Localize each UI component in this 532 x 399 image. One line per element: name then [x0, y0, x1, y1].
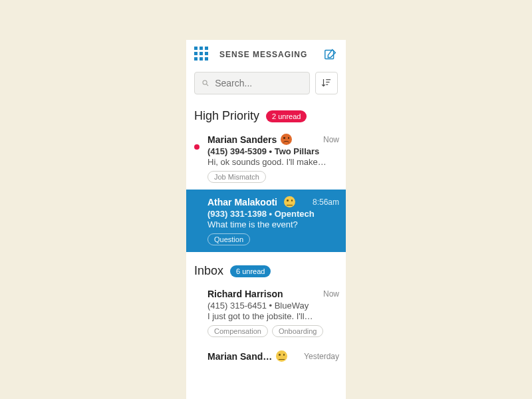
thread-timestamp: Now — [323, 289, 339, 299]
angry-emoji-icon — [281, 134, 292, 145]
thread-subline: (415) 315-6451 • BlueWay — [207, 301, 339, 311]
thread-tag[interactable]: Compensation — [207, 325, 268, 337]
section-title: Inbox — [194, 264, 223, 278]
thread-timestamp: Now — [323, 135, 339, 144]
thread-tag[interactable]: Question — [207, 233, 250, 245]
thread-item[interactable]: Marian Sand… Yesterday — [186, 344, 346, 362]
thread-preview: What time is the event? — [207, 219, 339, 229]
thread-name: Richard Harrison — [207, 289, 283, 299]
svg-line-2 — [207, 84, 209, 86]
thread-preview: I just got to the jobsite. I'll… — [207, 311, 339, 321]
header: SENSE MESSAGING — [186, 40, 346, 69]
thread-item[interactable]: Athar Malakooti 8:56am (933) 331-1398 • … — [186, 190, 346, 252]
sort-button[interactable] — [315, 72, 338, 94]
app-title: SENSE MESSAGING — [219, 50, 323, 59]
search-input[interactable] — [215, 78, 303, 88]
unread-badge: 2 unread — [266, 110, 307, 122]
search-box[interactable] — [194, 72, 310, 94]
apps-grid-icon[interactable] — [194, 47, 210, 63]
thread-tag[interactable]: Job Mismatch — [207, 171, 266, 183]
compose-icon[interactable] — [323, 47, 338, 62]
thread-subline: (933) 331-1398 • Opentech — [207, 209, 339, 219]
search-icon — [201, 78, 209, 88]
search-row — [186, 69, 346, 102]
section-head-inbox: Inbox 6 unread — [186, 252, 346, 282]
thread-name: Athar Malakooti — [207, 197, 277, 207]
neutral-emoji-icon — [284, 196, 295, 207]
thread-item[interactable]: Richard Harrison Now (415) 315-6451 • Bl… — [186, 282, 346, 344]
unread-badge: 6 unread — [230, 265, 271, 277]
section-head-high-priority: High Priority 2 unread — [186, 102, 346, 127]
svg-point-1 — [203, 80, 207, 84]
neutral-emoji-icon — [276, 350, 287, 362]
sort-icon — [321, 77, 332, 89]
thread-item[interactable]: Marian Sanders Now (415) 394-5309 • Two … — [186, 127, 346, 190]
messaging-panel: SENSE MESSAGING High Priority 2 unread M… — [186, 40, 346, 399]
thread-subline: (415) 394-5309 • Two Pillars — [207, 146, 339, 156]
thread-preview: Hi, ok sounds good. I'll make… — [207, 157, 339, 167]
section-title: High Priority — [194, 109, 259, 123]
unread-dot — [194, 144, 200, 150]
thread-tag[interactable]: Onboarding — [272, 325, 324, 337]
thread-name: Marian Sanders — [207, 134, 277, 145]
thread-name: Marian Sand… — [207, 351, 272, 362]
thread-timestamp: 8:56am — [313, 198, 339, 207]
thread-timestamp: Yesterday — [304, 352, 339, 361]
